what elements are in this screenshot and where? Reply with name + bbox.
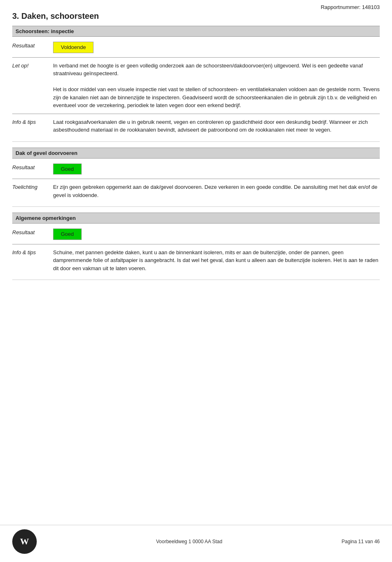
- label-letop: Let op!: [12, 62, 53, 69]
- label-resultaat-schoorsteen: Resultaat: [12, 42, 53, 49]
- footer: W Voorbeeldweg 1 0000 AA Stad Pagina 11 …: [0, 525, 392, 554]
- divider-2: [12, 114, 380, 114]
- footer-page: Pagina 11 van 46: [342, 539, 380, 544]
- letop-para2: Het is door middel van een visuele inspe…: [53, 85, 380, 110]
- label-infotips-algemene: Info & tips: [12, 249, 53, 255]
- logo-letter: W: [20, 536, 29, 547]
- row-resultaat-algemene: Resultaat Goed: [12, 227, 380, 242]
- label-resultaat-algemene: Resultaat: [12, 228, 53, 235]
- section-content-dak-gevel: Resultaat Goed Toelichting Er zijn geen …: [12, 159, 380, 207]
- divider-3: [12, 179, 380, 179]
- badge-goed-1: Goed: [53, 163, 82, 175]
- content-infotips-algemene: Schuine, met pannen gedekte daken, kunt …: [53, 249, 380, 273]
- badge-voldoende: Voldoende: [53, 42, 94, 53]
- divider-1: [12, 57, 380, 58]
- label-infotips-schoorsteen: Info & tips: [12, 118, 53, 125]
- report-number: Rapportnummer: 148103: [321, 4, 380, 10]
- page-title: 3. Daken, schoorsteen: [12, 11, 380, 21]
- row-toelichting: Toelichting Er zijn geen gebreken opgeme…: [12, 181, 380, 201]
- content-toelichting: Er zijn geen gebreken opgemerkt aan de d…: [53, 183, 380, 199]
- company-logo: W: [12, 529, 37, 554]
- letop-para1: In verband met de hoogte is er geen voll…: [53, 62, 380, 78]
- content-infotips-schoorsteen: Laat rookgasafvoerkanalen die u in gebru…: [53, 118, 380, 134]
- badge-goed-2: Goed: [53, 228, 82, 240]
- row-infotips-schoorsteen: Info & tips Laat rookgasafvoerkanalen di…: [12, 116, 380, 136]
- section-header-dak-gevel: Dak of gevel doorvoeren: [12, 148, 380, 159]
- report-number-label: Rapportnummer:: [321, 4, 361, 10]
- content-letop: In verband met de hoogte is er geen voll…: [53, 62, 380, 110]
- row-letop: Let op! In verband met de hoogte is er g…: [12, 60, 380, 111]
- label-resultaat-dak-gevel: Resultaat: [12, 163, 53, 170]
- content-resultaat-algemene: Goed: [53, 228, 380, 240]
- section-algemene-opmerkingen: Algemene opmerkingen Resultaat Goed Info…: [12, 213, 380, 280]
- report-number-value: 148103: [362, 4, 380, 10]
- label-toelichting: Toelichting: [12, 183, 53, 190]
- content-resultaat-dak-gevel: Goed: [53, 163, 380, 175]
- row-infotips-algemene: Info & tips Schuine, met pannen gedekte …: [12, 247, 380, 274]
- section-header-algemene: Algemene opmerkingen: [12, 213, 380, 224]
- divider-4: [12, 244, 380, 244]
- section-header-schoorsteen: Schoorsteen: inspectie: [12, 26, 380, 37]
- page: Rapportnummer: 148103 3. Daken, schoorst…: [0, 0, 392, 562]
- section-schoorsteen-inspectie: Schoorsteen: inspectie Resultaat Voldoen…: [12, 26, 380, 142]
- row-resultaat-schoorsteen: Resultaat Voldoende: [12, 40, 380, 55]
- row-resultaat-dak-gevel: Resultaat Goed: [12, 162, 380, 177]
- section-content-schoorsteen: Resultaat Voldoende Let op! In verband m…: [12, 37, 380, 142]
- content-resultaat-schoorsteen: Voldoende: [53, 42, 380, 53]
- section-content-algemene: Resultaat Goed Info & tips Schuine, met …: [12, 224, 380, 280]
- footer-address: Voorbeeldweg 1 0000 AA Stad: [156, 539, 222, 544]
- section-dak-gevel: Dak of gevel doorvoeren Resultaat Goed T…: [12, 148, 380, 207]
